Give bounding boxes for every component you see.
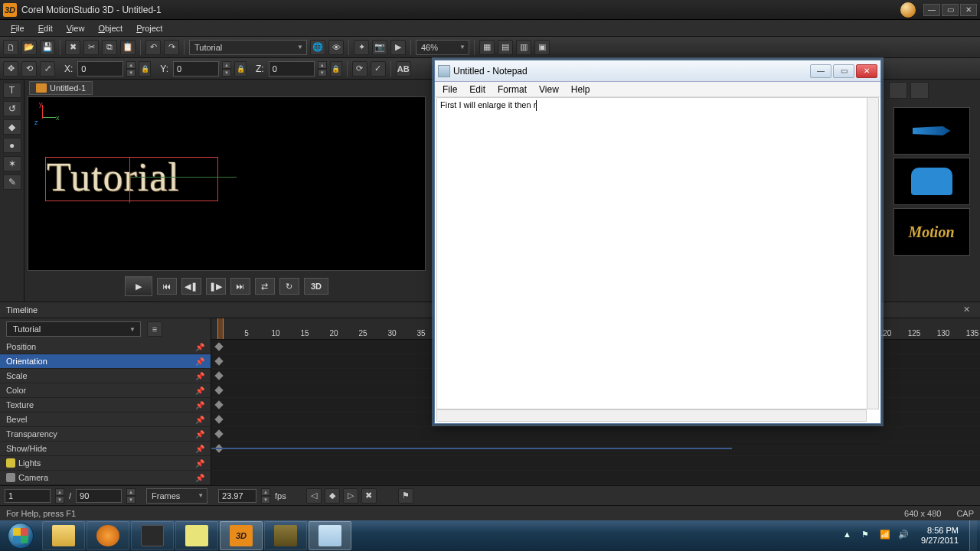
- text-tool-icon[interactable]: T: [3, 83, 21, 98]
- notepad-close-button[interactable]: ✕: [856, 64, 877, 78]
- y-input[interactable]: 0: [173, 61, 219, 77]
- taskbar-explorer[interactable]: [42, 521, 85, 550]
- show-desktop-button[interactable]: [969, 520, 977, 551]
- library-tab-1[interactable]: [889, 82, 907, 99]
- taskbar-media-player[interactable]: [87, 521, 129, 550]
- pin-icon[interactable]: 📌: [195, 445, 204, 453]
- timeline-object-selector[interactable]: Tutorial ▼: [6, 321, 141, 337]
- eye-icon[interactable]: 👁: [328, 40, 344, 55]
- notepad-maximize-button[interactable]: ▭: [833, 64, 854, 78]
- goto-end-button[interactable]: ⏭: [230, 278, 250, 295]
- keyframe-icon[interactable]: [214, 371, 223, 380]
- menu-edit[interactable]: Edit: [32, 22, 59, 34]
- timeline-track-transparency[interactable]: Transparency📌: [0, 427, 211, 442]
- paste-icon[interactable]: 📋: [120, 40, 136, 55]
- timeline-track-position[interactable]: Position📌: [0, 340, 211, 354]
- tray-network-icon[interactable]: 📶: [880, 530, 892, 542]
- notepad-menu-format[interactable]: Format: [492, 83, 533, 96]
- view-3d-button[interactable]: 3D: [304, 278, 328, 295]
- maximize-button[interactable]: ▭: [942, 4, 959, 16]
- keyframe-icon[interactable]: [214, 400, 223, 409]
- timeline-track-bevel[interactable]: Bevel📌: [0, 412, 211, 427]
- total-frames-spinner[interactable]: ▲▼: [126, 488, 136, 504]
- timeline-track-camera[interactable]: Camera📌: [0, 471, 211, 485]
- keyframe-icon[interactable]: [214, 357, 223, 365]
- object-tool-icon[interactable]: ●: [3, 138, 21, 153]
- move-tool-icon[interactable]: ✥: [3, 61, 18, 77]
- pin-icon[interactable]: 📌: [195, 430, 204, 439]
- timeline-track-color[interactable]: Color📌: [0, 383, 211, 398]
- apply-icon[interactable]: ✓: [371, 61, 386, 77]
- tray-flag-icon[interactable]: ⚑: [861, 530, 874, 542]
- step-back-button[interactable]: ◀❚: [181, 278, 201, 295]
- redo-icon[interactable]: ↷: [164, 40, 179, 55]
- copy-icon[interactable]: ⧉: [102, 40, 117, 55]
- taskbar-notepad[interactable]: [309, 521, 351, 550]
- timeline-row[interactable]: [211, 471, 980, 485]
- keyframe-icon[interactable]: [214, 342, 223, 350]
- timeline-clip[interactable]: [211, 448, 732, 449]
- current-frame-spinner[interactable]: ▲▼: [55, 488, 64, 504]
- library-tab-2[interactable]: [910, 82, 929, 99]
- x-spinner[interactable]: ▲▼: [126, 61, 136, 77]
- edit-tool-icon[interactable]: ✎: [3, 174, 21, 190]
- menu-file[interactable]: File: [5, 22, 31, 34]
- open-file-icon[interactable]: 📂: [21, 40, 37, 55]
- shape-tool-icon[interactable]: ◆: [3, 119, 21, 135]
- layout-2-icon[interactable]: ▤: [498, 40, 513, 55]
- rotate-tool-icon[interactable]: ⟲: [21, 61, 37, 77]
- timeline-row[interactable]: [211, 427, 980, 442]
- notepad-menu-view[interactable]: View: [533, 83, 565, 96]
- keyframe-icon[interactable]: [214, 386, 223, 394]
- zoom-combo[interactable]: 46% ▼: [416, 40, 469, 55]
- tray-volume-icon[interactable]: 🔊: [898, 530, 910, 542]
- menu-object[interactable]: Object: [92, 22, 129, 34]
- taskbar-app-1[interactable]: [131, 521, 174, 550]
- keyframe-icon[interactable]: [214, 415, 223, 423]
- marker-icon[interactable]: ⚑: [398, 488, 413, 504]
- notepad-menu-help[interactable]: Help: [565, 83, 596, 96]
- pin-icon[interactable]: 📌: [195, 386, 204, 395]
- units-combo[interactable]: Frames ▼: [146, 488, 207, 504]
- menu-view[interactable]: View: [60, 22, 91, 34]
- taskbar-app-2[interactable]: [264, 521, 307, 550]
- delete-icon[interactable]: ✖: [65, 40, 80, 55]
- library-item[interactable]: [893, 107, 970, 155]
- save-file-icon[interactable]: 💾: [40, 40, 55, 55]
- minimize-button[interactable]: —: [923, 4, 940, 16]
- key-delete-icon[interactable]: ✖: [361, 488, 377, 504]
- tray-clock[interactable]: 8:56 PM 9/27/2011: [916, 526, 963, 546]
- camera-icon[interactable]: 📷: [372, 40, 387, 55]
- z-lock-icon[interactable]: 🔒: [330, 61, 342, 77]
- total-frames-input[interactable]: 90: [76, 489, 122, 503]
- timeline-track-scale[interactable]: Scale📌: [0, 369, 211, 383]
- pin-icon[interactable]: 📌: [195, 372, 204, 380]
- object-name-combo[interactable]: Tutorial ▼: [189, 40, 307, 55]
- layout-1-icon[interactable]: ▦: [479, 40, 495, 55]
- cut-icon[interactable]: ✂: [83, 40, 99, 55]
- pin-icon[interactable]: 📌: [195, 416, 204, 424]
- pin-icon[interactable]: 📌: [195, 343, 204, 351]
- fps-spinner[interactable]: ▲▼: [261, 488, 270, 504]
- timeline-track-texture[interactable]: Texture📌: [0, 398, 211, 412]
- refresh-button[interactable]: ↻: [279, 278, 299, 295]
- notepad-menu-edit[interactable]: Edit: [463, 83, 492, 96]
- tray-up-icon[interactable]: ▲: [843, 530, 855, 542]
- new-file-icon[interactable]: 🗋: [3, 40, 18, 55]
- render-icon[interactable]: ▶: [390, 40, 406, 55]
- timeline-playhead[interactable]: [217, 318, 224, 339]
- loop-button[interactable]: ⇄: [255, 278, 275, 295]
- key-add-icon[interactable]: ◆: [325, 488, 340, 504]
- key-prev-icon[interactable]: ◁: [306, 488, 322, 504]
- z-spinner[interactable]: ▲▼: [318, 61, 327, 77]
- scale-tool-icon[interactable]: ⤢: [40, 61, 55, 77]
- timeline-toggle-icon[interactable]: ≡: [147, 321, 162, 337]
- play-button[interactable]: ▶: [125, 276, 152, 296]
- timeline-track-lights[interactable]: Lights📌: [0, 456, 211, 471]
- timeline-track-showhide[interactable]: Show/Hide📌: [0, 442, 211, 456]
- light-icon[interactable]: ✦: [354, 40, 369, 55]
- path-tool-icon[interactable]: ↺: [3, 101, 21, 116]
- notepad-scrollbar-horizontal[interactable]: [436, 409, 867, 422]
- reset-icon[interactable]: ⟳: [352, 61, 368, 77]
- z-input[interactable]: 0: [269, 61, 315, 77]
